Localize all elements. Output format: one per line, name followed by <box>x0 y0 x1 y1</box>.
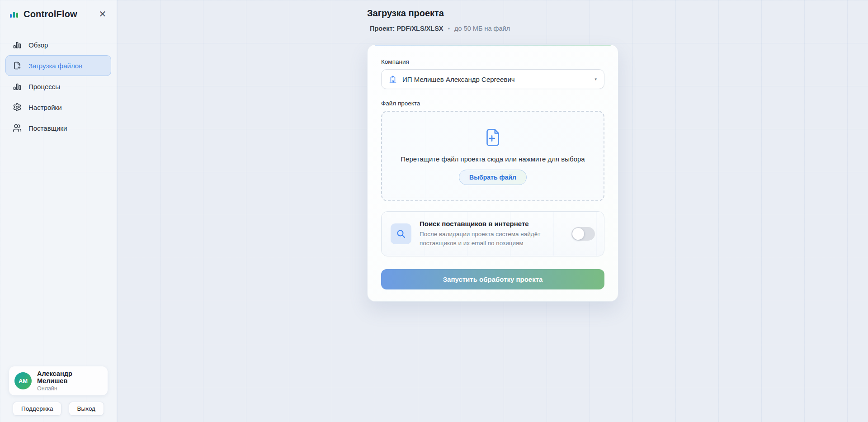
sidebar-item-label: Процессы <box>28 83 60 90</box>
file-dropzone[interactable]: Перетащите файл проекта сюда или нажмите… <box>381 111 604 201</box>
sidebar-item-label: Настройки <box>28 104 62 111</box>
sidebar: ControlFlow ✕ Обзор <box>0 0 117 422</box>
sidebar-footer: Поддержка Выход <box>0 402 117 422</box>
search-icon <box>391 223 411 244</box>
sidebar-item-label: Поставщики <box>28 124 67 132</box>
project-formats-label: Проект: PDF/XLS/XLSX <box>370 25 443 32</box>
user-card[interactable]: АМ Александр Мелишев Онлайн <box>9 366 108 395</box>
supplier-search-panel: Поиск поставщиков в интернете После вали… <box>381 211 604 256</box>
sidebar-item-label: Загрузка файлов <box>28 62 82 70</box>
supplier-search-title: Поиск поставщиков в интернете <box>420 220 563 228</box>
company-select[interactable]: ИП Мелишев Александр Сергеевич ▾ <box>381 69 604 89</box>
company-selected-value: ИП Мелишев Александр Сергеевич <box>402 76 589 83</box>
sidebar-item-processes[interactable]: Процессы <box>5 76 111 97</box>
file-plus-icon <box>482 127 503 148</box>
avatar: АМ <box>14 372 32 389</box>
separator-dot: • <box>448 25 450 32</box>
upload-card: Компания ИП Мелишев Александр Сергеевич … <box>367 44 618 302</box>
sidebar-item-label: Обзор <box>28 41 48 49</box>
bar-chart-icon <box>12 40 22 50</box>
sidebar-item-upload[interactable]: Загрузка файлов <box>5 55 111 76</box>
supplier-search-toggle[interactable] <box>571 227 595 241</box>
logout-button[interactable]: Выход <box>69 402 104 416</box>
page-title: Загрузка проекта <box>367 8 618 19</box>
sidebar-item-settings[interactable]: Настройки <box>5 97 111 118</box>
users-icon <box>12 123 22 133</box>
bar-chart-icon <box>12 81 22 91</box>
brand-name: ControlFlow <box>24 9 92 19</box>
choose-file-button[interactable]: Выбрать файл <box>459 170 527 185</box>
sidebar-nav: Обзор Загрузка файлов Про <box>0 28 117 138</box>
support-button[interactable]: Поддержка <box>13 402 61 416</box>
main-area: Загрузка проекта Проект: PDF/XLS/XLSX • … <box>117 0 868 422</box>
sidebar-item-overview[interactable]: Обзор <box>5 34 111 55</box>
sidebar-header: ControlFlow ✕ <box>0 0 117 28</box>
close-sidebar-button[interactable]: ✕ <box>97 8 108 20</box>
file-size-limit-label: до 50 МБ на файл <box>454 25 510 32</box>
company-label: Компания <box>381 58 604 65</box>
start-processing-button[interactable]: Запустить обработку проекта <box>381 269 604 289</box>
supplier-search-description: После валидации проекта система найдёт п… <box>420 230 542 248</box>
user-name: Александр Мелишев <box>37 370 102 384</box>
dropzone-text: Перетащите файл проекта сюда или нажмите… <box>401 155 585 163</box>
gear-icon <box>12 102 22 112</box>
chevron-down-icon: ▾ <box>594 77 597 81</box>
file-plus-icon <box>12 61 22 71</box>
sidebar-item-suppliers[interactable]: Поставщики <box>5 118 111 138</box>
page-subtitle: Проект: PDF/XLS/XLSX • до 50 МБ на файл <box>367 25 618 32</box>
building-icon <box>389 75 397 83</box>
user-status: Онлайн <box>37 385 102 392</box>
file-label: Файл проекта <box>381 100 604 107</box>
brand-logo-icon <box>9 9 19 19</box>
toggle-knob <box>572 228 584 240</box>
